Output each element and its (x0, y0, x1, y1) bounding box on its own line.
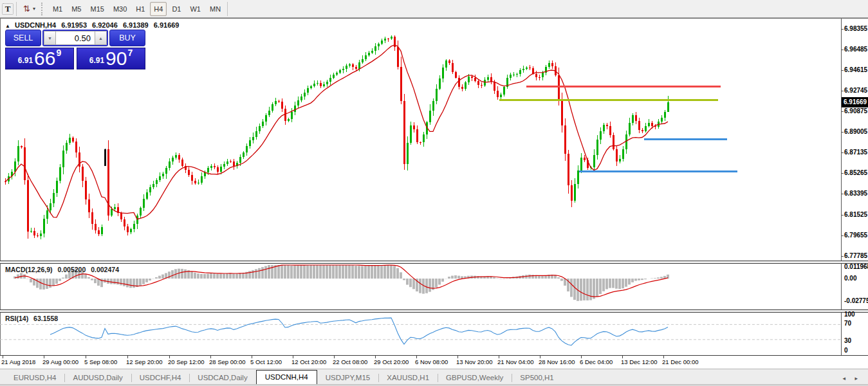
macd-value-main: 0.005200 (57, 266, 86, 273)
ohlc-open: 6.91953 (61, 21, 87, 29)
rsi-panel-canvas[interactable] (0, 313, 841, 355)
chart-tab-usdjpy-m15[interactable]: USDJPY,M15 (317, 372, 378, 384)
timeframe-button-d1[interactable]: D1 (168, 2, 185, 16)
time-axis[interactable]: 21 Aug 201829 Aug 00:005 Sep 08:0012 Sep… (0, 356, 868, 369)
time-axis-label: 28 Nov 16:00 (539, 358, 575, 365)
chart-tab-gbpusd-weekly[interactable]: GBPUSD,Weekly (438, 372, 512, 384)
timeframe-button-m30[interactable]: M30 (109, 2, 131, 16)
timeframe-button-m5[interactable]: M5 (68, 2, 85, 16)
lot-size-spinner: ▼ 0.50 ▲ (42, 30, 108, 46)
time-axis-label: 12 Sep 20:00 (126, 358, 163, 365)
rsi-label: RSI(14) 63.1558 (5, 315, 58, 322)
chart-tab-usdcnh-h4[interactable]: USDCNH,H4 (256, 370, 317, 384)
chart-title: ▲ USDCNH,H4 6.91953 6.92046 6.91389 6.91… (5, 21, 179, 29)
sell-price-prefix: 6.91 (18, 56, 33, 65)
chart-tab-eurusd-h4[interactable]: EURUSD,H4 (5, 372, 64, 384)
current-price-badge: 6.91669 (842, 97, 868, 107)
lot-decrease-button[interactable]: ▼ (44, 31, 56, 45)
chart-tab-bar: EURUSD,H4AUDUSD,DailyUSDCHF,H4USDCAD,Dai… (0, 369, 868, 384)
rsi-axis-label: 0 (844, 346, 868, 354)
time-axis-label: 21 Dec 00:00 (662, 358, 699, 365)
price-tick (841, 256, 844, 257)
chart-tab-usdchf-h4[interactable]: USDCHF,H4 (131, 372, 190, 384)
buy-button[interactable]: BUY (109, 30, 145, 46)
rsi-axis-label: 70 (844, 319, 868, 327)
collapse-icon[interactable]: ▲ (5, 23, 10, 29)
time-axis-label: 6 Nov 08:00 (415, 358, 448, 365)
lot-increase-button[interactable]: ▲ (95, 31, 107, 45)
chart-tab-xauusd-h1[interactable]: XAUUSD,H1 (378, 372, 438, 384)
ohlc-close: 6.91669 (154, 21, 180, 29)
macd-axis-label: 0.011968 (844, 262, 868, 271)
time-axis-label: 5 Sep 08:00 (84, 358, 117, 365)
price-tick (841, 235, 844, 236)
sell-button[interactable]: SELL (5, 30, 41, 46)
timeframe-button-mn[interactable]: MN (206, 2, 225, 16)
ohlc-low: 6.91389 (123, 21, 149, 29)
timeframe-button-h4[interactable]: H4 (150, 2, 167, 16)
price-tick (841, 173, 844, 174)
price-axis-label: 6.77785 (844, 252, 868, 261)
rsi-name: RSI(14) (5, 315, 28, 322)
price-tick (841, 152, 844, 153)
price-axis-label: 6.81525 (844, 210, 868, 219)
price-tick (841, 91, 844, 91)
price-axis-label: 6.98355 (844, 24, 868, 33)
time-axis-label: 28 Sep 00:00 (209, 358, 246, 365)
time-axis-label: 29 Oct 20:00 (374, 358, 409, 365)
sell-price-display[interactable]: 6.91 66 9 (5, 48, 74, 69)
time-axis-label: 13 Dec 12:00 (621, 358, 658, 365)
price-axis-label: 6.89005 (844, 127, 868, 136)
timeframe-toolbar: M1M5M15M30H1H4D1W1MN (48, 2, 225, 16)
rsi-line (50, 318, 668, 345)
buy-price-pips: 90 (106, 50, 127, 67)
toolbar-separator (227, 2, 228, 16)
one-click-trading-panel: SELL ▼ 0.50 ▲ BUY 6.91 66 9 6.91 90 (5, 30, 145, 69)
macd-axis-label: -0.027758 (844, 297, 868, 305)
time-axis-label: 5 Oct 12:00 (250, 358, 282, 365)
toolbar-grip[interactable] (41, 3, 46, 15)
timeframe-button-m15[interactable]: M15 (86, 2, 107, 16)
time-axis-label: 6 Dec 04:00 (580, 358, 613, 365)
price-axis-label: 6.87135 (844, 148, 868, 157)
tabs: EURUSD,H4AUDUSD,DailyUSDCHF,H4USDCAD,Dai… (5, 370, 562, 384)
timeframe-button-w1[interactable]: W1 (186, 2, 205, 16)
buy-price-prefix: 6.91 (89, 56, 104, 65)
rsi-axis-label: 100 (844, 310, 868, 318)
chart-workspace: ▲ USDCNH,H4 6.91953 6.92046 6.91389 6.91… (0, 18, 868, 386)
price-tick (841, 132, 844, 133)
price-tick (841, 215, 844, 216)
top-toolbar: T ⇅▾ M1M5M15M30H1H4D1W1MN (0, 0, 868, 18)
price-axis-label: 6.92745 (844, 86, 868, 95)
macd-axis-label: 0.00 (844, 274, 868, 282)
macd-label: MACD(12,26,9) 0.005200 0.002474 (5, 266, 119, 273)
price-axis-label: 6.96485 (844, 45, 868, 54)
price-tick (841, 50, 844, 50)
timeframe-button-m1[interactable]: M1 (49, 2, 66, 16)
time-axis-label: 12 Oct 20:00 (291, 358, 326, 365)
text-label-tool-icon[interactable]: T (2, 3, 14, 15)
symbol-period: USDCNH,H4 (15, 21, 56, 29)
lot-size-field[interactable]: 0.50 (56, 31, 95, 45)
buy-price-display[interactable]: 6.91 90 7 (77, 48, 145, 69)
macd-name: MACD(12,26,9) (5, 266, 53, 273)
time-axis-label: 21 Aug 2018 (1, 358, 35, 365)
macd-panel-canvas[interactable] (0, 264, 841, 309)
ohlc-high: 6.92046 (92, 21, 118, 29)
timeframe-button-h1[interactable]: H1 (132, 2, 149, 16)
tab-scroll-arrows[interactable]: ◂ ▸ (842, 375, 868, 381)
chart-tab-audusd-daily[interactable]: AUDUSD,Daily (64, 372, 131, 384)
price-tick (841, 111, 844, 112)
price-tick (841, 29, 844, 30)
price-axis-line (841, 19, 842, 356)
macd-value-signal: 0.002474 (91, 266, 119, 273)
price-axis-label: 6.79655 (844, 231, 868, 240)
chart-tab-usdcad-daily[interactable]: USDCAD,Daily (189, 372, 255, 384)
time-axis-label: 21 Nov 04:00 (497, 358, 534, 365)
mt4-window: T ⇅▾ M1M5M15M30H1H4D1W1MN ▲ USDCNH,H4 6.… (0, 0, 868, 386)
time-axis-label: 29 Aug 00:00 (42, 358, 78, 365)
chart-tab-sp500-h1[interactable]: SP500,H1 (512, 372, 562, 384)
chart-top-border (0, 18, 868, 19)
arrows-tool-icon[interactable]: ⇅▾ (19, 2, 39, 16)
time-axis-label: 13 Nov 20:00 (456, 358, 493, 365)
